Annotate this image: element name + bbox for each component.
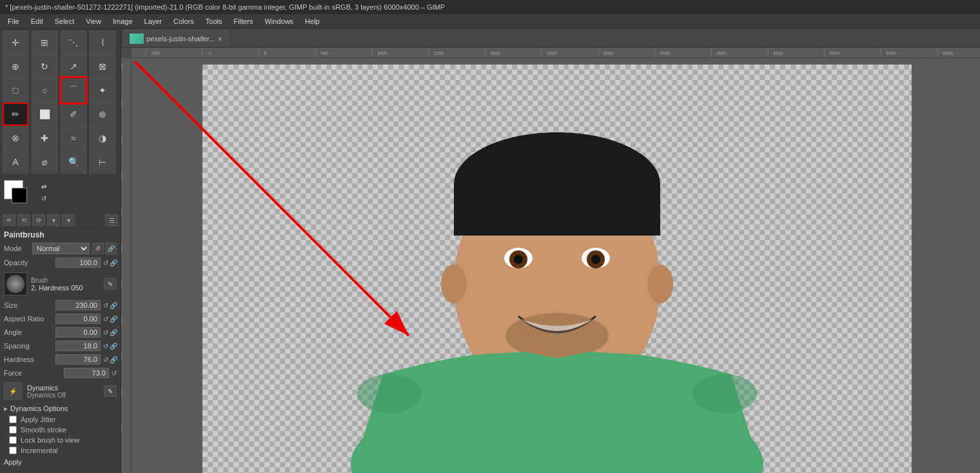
tool-options-menu[interactable]: ☰ — [105, 214, 118, 226]
hardness-input[interactable] — [55, 354, 101, 365]
tool-path[interactable]: ⌀ — [32, 150, 57, 174]
tool-zoom[interactable]: 🔍 — [61, 150, 86, 174]
tool-crop[interactable]: ⊕ — [3, 55, 28, 78]
menu-select[interactable]: Select — [50, 16, 80, 26]
angle-input[interactable] — [55, 327, 101, 337]
tool-opt-icon3[interactable]: ⟳ — [32, 214, 45, 226]
svg-rect-50 — [454, 184, 660, 236]
tool-ellipse-select[interactable]: ○ — [32, 79, 57, 102]
menu-edit[interactable]: Edit — [26, 16, 48, 26]
angle-reset[interactable]: ↺ — [103, 329, 108, 336]
background-color[interactable] — [12, 188, 27, 203]
apply-jitter-row: Apply Jitter — [0, 414, 121, 425]
opacity-link[interactable]: 🔗 — [110, 259, 117, 267]
opacity-row: Opacity ↺ 🔗 — [0, 256, 121, 270]
tool-opt-icon1[interactable]: ✏ — [3, 214, 15, 226]
brush-name: 2. Hardness 050 — [31, 284, 100, 292]
svg-text:550: 550 — [121, 352, 123, 360]
tool-opt-icon4[interactable]: ▾ — [47, 214, 60, 226]
hardness-reset[interactable]: ↺ — [103, 356, 108, 363]
tool-free-select[interactable]: ⌒ — [61, 79, 86, 102]
tool-move[interactable]: ✛ — [3, 31, 28, 54]
size-row: Size ↺ 🔗 — [0, 299, 121, 312]
ruler-horizontal: -500-15500100015002000250030003500400045… — [132, 48, 980, 58]
tool-scale[interactable]: ↗ — [61, 55, 86, 78]
canvas-scroll[interactable] — [132, 58, 980, 473]
svg-point-59 — [505, 313, 609, 358]
tool-smudge[interactable]: ≈ — [61, 126, 86, 150]
tool-dodge[interactable]: ◑ — [90, 126, 115, 150]
angle-link[interactable]: 🔗 — [110, 329, 117, 336]
apply-jitter-checkbox[interactable] — [9, 416, 17, 423]
dynamics-options-label: Dynamics Options — [10, 405, 68, 412]
opacity-reset[interactable]: ↺ — [103, 259, 108, 267]
menu-tools[interactable]: Tools — [201, 16, 228, 26]
lock-brush-row: Lock brush to view — [0, 435, 121, 445]
mode-select[interactable]: Normal Dissolve Multiply — [32, 243, 90, 254]
menu-view[interactable]: View — [81, 16, 106, 26]
tool-measure[interactable]: ⊢ — [90, 150, 115, 174]
image-tab[interactable]: pexels-justin-shaifer... ✕ — [124, 30, 228, 47]
hardness-link[interactable]: 🔗 — [110, 356, 117, 363]
tool-text[interactable]: A — [3, 150, 28, 174]
svg-point-61 — [692, 374, 757, 413]
tool-paintbrush[interactable]: ✏ — [3, 103, 28, 126]
tool-airbrush[interactable]: ⊛ — [90, 103, 115, 126]
dynamics-options-title[interactable]: ▶ Dynamics Options — [0, 403, 121, 414]
aspect-ratio-label: Aspect Ratio — [4, 315, 55, 323]
menu-colors[interactable]: Colors — [168, 16, 199, 26]
reset-colors[interactable]: ↺ — [41, 195, 52, 205]
spacing-reset[interactable]: ↺ — [103, 343, 108, 350]
menu-filters[interactable]: Filters — [229, 16, 259, 26]
spacing-input[interactable] — [55, 341, 101, 351]
aspect-ratio-reset[interactable]: ↺ — [103, 316, 108, 323]
aspect-ratio-link[interactable]: 🔗 — [110, 316, 117, 323]
menu-image[interactable]: Image — [108, 16, 138, 26]
mode-reset-btn[interactable]: ↺ — [92, 243, 104, 254]
brush-edit-btn[interactable]: ✎ — [104, 278, 117, 290]
menu-windows[interactable]: Windows — [259, 16, 299, 26]
tool-rect-select[interactable]: □ — [3, 79, 28, 102]
force-reset[interactable]: ↺ — [112, 370, 117, 377]
apply-label: Apply — [4, 458, 22, 466]
svg-text:5500: 5500 — [887, 51, 897, 55]
size-link[interactable]: 🔗 — [110, 302, 117, 309]
dynamics-edit-btn[interactable]: ✎ — [104, 385, 117, 397]
tool-warp[interactable]: ⌇ — [90, 31, 115, 54]
tool-opt-icon5[interactable]: ▾ — [62, 214, 75, 226]
mode-link-btn[interactable]: 🔗 — [105, 243, 117, 254]
tool-fuzzy-select[interactable]: ✦ — [90, 79, 115, 102]
smooth-stroke-checkbox[interactable] — [9, 426, 17, 434]
brush-preview[interactable] — [4, 272, 27, 296]
lock-brush-checkbox[interactable] — [9, 436, 17, 444]
smooth-stroke-label: Smooth stroke — [21, 426, 66, 434]
tool-cage[interactable]: ⋱ — [61, 31, 86, 54]
tool-align[interactable]: ⊞ — [32, 31, 57, 54]
incremental-checkbox[interactable] — [9, 447, 17, 454]
force-input[interactable] — [64, 368, 109, 378]
tool-rotate[interactable]: ↻ — [32, 55, 57, 78]
swap-colors[interactable]: ⇄ — [41, 183, 52, 194]
menu-help[interactable]: Help — [300, 16, 325, 26]
aspect-ratio-input[interactable] — [55, 314, 101, 324]
tool-shear[interactable]: ⊠ — [90, 55, 115, 78]
tool-heal[interactable]: ✚ — [32, 126, 57, 150]
tab-close-btn[interactable]: ✕ — [217, 35, 222, 43]
opacity-label: Opacity — [4, 259, 55, 267]
svg-text:300: 300 — [121, 172, 123, 179]
force-row: Force ↺ — [0, 367, 121, 380]
opacity-input[interactable] — [55, 257, 101, 268]
dynamics-icon: ⚡ — [4, 382, 22, 400]
tool-pencil[interactable]: ✐ — [61, 103, 86, 126]
menu-file[interactable]: File — [3, 16, 24, 26]
svg-text:600: 600 — [121, 388, 123, 396]
size-reset[interactable]: ↺ — [103, 302, 108, 309]
tool-eraser[interactable]: ⬜ — [32, 103, 57, 126]
tool-opt-icon2[interactable]: ⟲ — [17, 214, 30, 226]
spacing-link[interactable]: 🔗 — [110, 343, 117, 350]
toolbox: ✛ ⊞ ⋱ ⌇ ⊕ ↻ ↗ ⊠ □ ○ ⌒ ✦ ✏ ⬜ ✐ ⊛ ⊗ ✚ ≈ ◑ … — [0, 28, 121, 473]
menubar: File Edit Select View Image Layer Colors… — [0, 14, 980, 28]
tool-clone[interactable]: ⊗ — [3, 126, 28, 150]
menu-layer[interactable]: Layer — [139, 16, 168, 26]
size-input[interactable] — [55, 300, 101, 310]
